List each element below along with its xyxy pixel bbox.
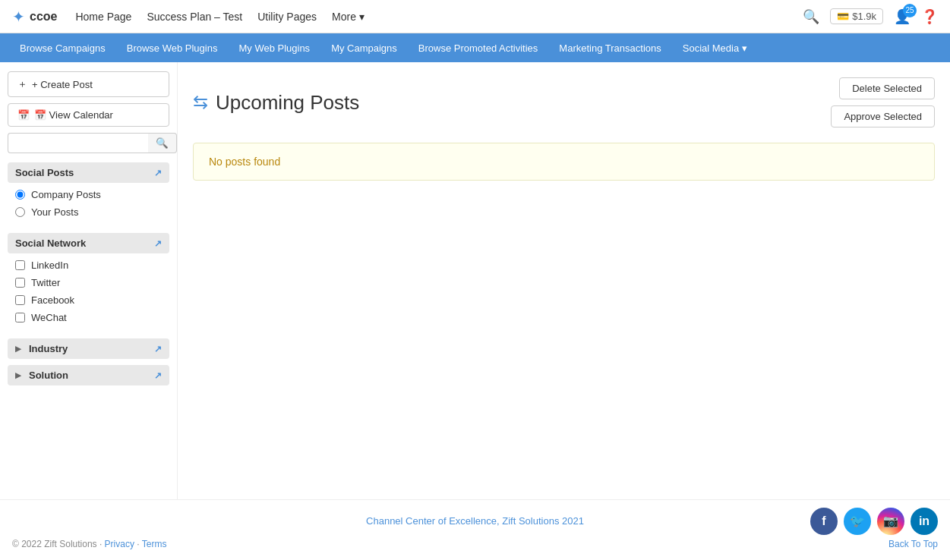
external-link-icon-3: ↗ xyxy=(154,344,162,354)
nav-success-plan[interactable]: Success Plan – Test xyxy=(147,11,242,23)
help-button[interactable]: ❓ xyxy=(921,8,938,25)
solution-section: ▶ Solution ↗ xyxy=(8,365,169,385)
sec-nav-browse-promoted[interactable]: Browse Promoted Activities xyxy=(408,33,549,62)
create-post-button[interactable]: ＋ + Create Post xyxy=(8,71,169,97)
credit-box: 💳 $1.9k xyxy=(830,8,883,24)
top-nav: ✦ ccoe Home Page Success Plan – Test Uti… xyxy=(0,0,950,33)
facebook-social-icon[interactable]: f xyxy=(810,508,838,535)
nav-utility-pages[interactable]: Utility Pages xyxy=(257,11,317,23)
copyright-text: © 2022 Zift Solutions xyxy=(12,539,97,549)
instagram-social-icon[interactable]: 📷 xyxy=(877,508,904,535)
sidebar-search: 🔍 xyxy=(8,133,169,153)
chevron-down-icon: ▾ xyxy=(742,42,747,54)
industry-header[interactable]: ▶ Industry ↗ xyxy=(8,338,169,359)
footer-bottom: © 2022 Zift Solutions · Privacy · Terms … xyxy=(12,539,938,549)
footer-socials: f 🐦 📷 in xyxy=(810,508,938,535)
twitter-option[interactable]: Twitter xyxy=(15,277,162,288)
company-posts-option[interactable]: Company Posts xyxy=(15,189,162,200)
linkedin-social-icon[interactable]: in xyxy=(911,508,938,535)
nav-home[interactable]: Home Page xyxy=(75,11,131,23)
top-nav-links: Home Page Success Plan – Test Utility Pa… xyxy=(75,11,803,23)
plus-icon: ＋ xyxy=(17,77,27,91)
social-network-content: LinkedIn Twitter Facebook WeChat xyxy=(8,253,169,332)
twitter-social-icon[interactable]: 🐦 xyxy=(844,508,871,535)
sec-nav-social-media[interactable]: Social Media ▾ xyxy=(672,33,758,62)
external-link-icon-4: ↗ xyxy=(154,370,162,381)
sec-nav-browse-campaigns[interactable]: Browse Campaigns xyxy=(9,33,116,62)
terms-link[interactable]: Terms xyxy=(142,539,167,549)
delete-selected-button[interactable]: Delete Selected xyxy=(839,77,935,99)
nav-more[interactable]: More xyxy=(332,11,365,23)
secondary-nav: Browse Campaigns Browse Web Plugins My W… xyxy=(0,33,950,62)
top-nav-right: 🔍 💳 $1.9k 👤 25 ❓ xyxy=(803,8,938,25)
linkedin-checkbox[interactable] xyxy=(15,260,25,270)
solution-header[interactable]: ▶ Solution ↗ xyxy=(8,365,169,385)
social-network-label: Social Network xyxy=(15,238,86,249)
social-posts-content: Company Posts Your Posts xyxy=(8,183,169,227)
sec-nav-my-web-plugins[interactable]: My Web Plugins xyxy=(228,33,320,62)
search-input[interactable] xyxy=(8,133,148,153)
calendar-icon: 📅 xyxy=(17,109,30,121)
search-icon-button[interactable]: 🔍 xyxy=(803,8,819,25)
privacy-link[interactable]: Privacy xyxy=(105,539,134,549)
no-posts-message: No posts found xyxy=(193,143,935,181)
company-posts-radio[interactable] xyxy=(15,190,25,200)
main-content: ⇆ Upcoming Posts Delete Selected Approve… xyxy=(178,62,950,499)
collapse-icon: ▶ xyxy=(15,344,21,353)
external-link-icon-2: ↗ xyxy=(154,238,162,249)
notification-badge: 25 xyxy=(903,4,917,17)
external-link-icon: ↗ xyxy=(154,168,162,178)
page-title: ⇆ Upcoming Posts xyxy=(193,91,359,115)
industry-section: ▶ Industry ↗ xyxy=(8,338,169,359)
social-posts-section: Social Posts ↗ Company Posts Your Posts xyxy=(8,162,169,227)
no-posts-text: No posts found xyxy=(209,156,280,168)
credit-card-icon: 💳 xyxy=(837,11,849,22)
logo: ✦ ccoe xyxy=(12,8,57,26)
sec-nav-browse-web-plugins[interactable]: Browse Web Plugins xyxy=(116,33,229,62)
wechat-label: WeChat xyxy=(31,312,67,323)
action-buttons: Delete Selected Approve Selected xyxy=(831,77,935,127)
facebook-option[interactable]: Facebook xyxy=(15,294,162,306)
sec-nav-my-campaigns[interactable]: My Campaigns xyxy=(320,33,408,62)
your-posts-option[interactable]: Your Posts xyxy=(15,206,162,218)
search-submit-button[interactable]: 🔍 xyxy=(148,133,177,153)
footer-main: Channel Center of Excellence, Zift Solut… xyxy=(12,515,938,527)
sidebar: ＋ + Create Post 📅 📅 View Calendar 🔍 Soci… xyxy=(0,62,178,499)
wechat-checkbox[interactable] xyxy=(15,313,25,322)
content-header: ⇆ Upcoming Posts Delete Selected Approve… xyxy=(193,77,935,127)
footer-credit-text: Channel Center of Excellence, Zift Solut… xyxy=(366,515,584,527)
logo-icon: ✦ xyxy=(12,8,25,26)
social-network-section: Social Network ↗ LinkedIn Twitter Facebo… xyxy=(8,233,169,332)
approve-selected-button[interactable]: Approve Selected xyxy=(831,105,935,127)
facebook-label: Facebook xyxy=(31,294,74,306)
your-posts-radio[interactable] xyxy=(15,207,25,217)
industry-label: Industry xyxy=(29,343,68,354)
back-to-top-link[interactable]: Back To Top xyxy=(888,539,938,549)
sec-nav-marketing-transactions[interactable]: Marketing Transactions xyxy=(548,33,671,62)
share-icon: ⇆ xyxy=(193,92,208,113)
social-posts-header[interactable]: Social Posts ↗ xyxy=(8,162,169,183)
view-calendar-button[interactable]: 📅 📅 View Calendar xyxy=(8,103,169,127)
company-posts-label: Company Posts xyxy=(31,189,101,200)
collapse-icon-2: ▶ xyxy=(15,371,21,379)
solution-label: Solution xyxy=(29,370,68,381)
linkedin-option[interactable]: LinkedIn xyxy=(15,260,162,271)
your-posts-label: Your Posts xyxy=(31,206,78,218)
twitter-checkbox[interactable] xyxy=(15,278,25,288)
footer: Channel Center of Excellence, Zift Solut… xyxy=(0,499,950,557)
social-posts-label: Social Posts xyxy=(15,167,74,178)
twitter-label: Twitter xyxy=(31,277,60,288)
page-title-text: Upcoming Posts xyxy=(216,91,359,115)
notification-button[interactable]: 👤 25 xyxy=(894,8,911,25)
logo-text: ccoe xyxy=(30,10,57,24)
credit-amount: $1.9k xyxy=(852,11,876,22)
facebook-checkbox[interactable] xyxy=(15,295,25,305)
footer-legal: © 2022 Zift Solutions · Privacy · Terms xyxy=(12,539,166,549)
main-layout: ＋ + Create Post 📅 📅 View Calendar 🔍 Soci… xyxy=(0,62,950,499)
social-network-header[interactable]: Social Network ↗ xyxy=(8,233,169,253)
wechat-option[interactable]: WeChat xyxy=(15,312,162,323)
linkedin-label: LinkedIn xyxy=(31,260,68,271)
